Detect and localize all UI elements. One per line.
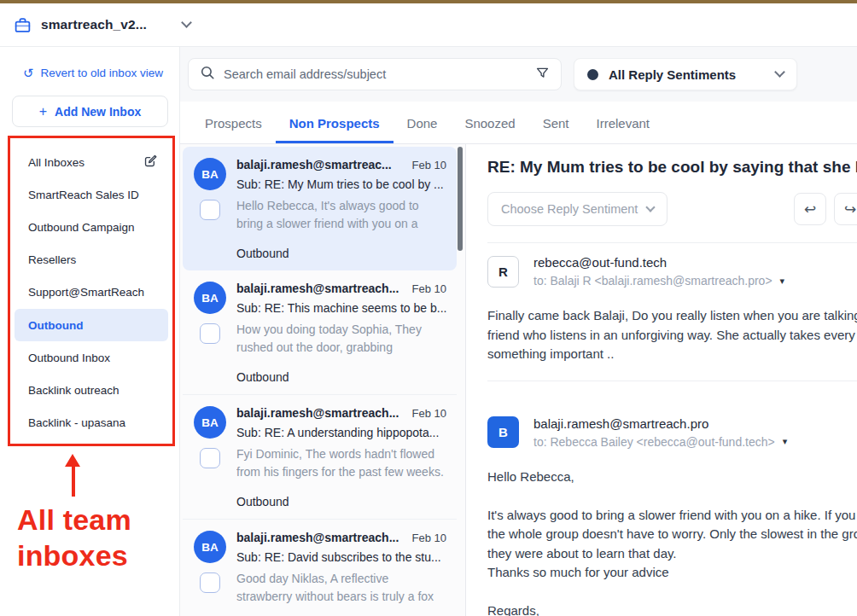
avatar: BA	[194, 282, 226, 314]
inbox-tabs: Prospects Non Prospects Done Snoozed Sen…	[180, 102, 857, 144]
sidebar-item-all-inboxes[interactable]: All Inboxes	[15, 146, 168, 178]
avatar: BA	[194, 531, 226, 563]
preview-line: strawberry without bears is truly a fox	[236, 588, 446, 606]
message-from: balaji.ramesh@smartreach.pro	[533, 416, 787, 431]
forward-button[interactable]: ↪	[834, 193, 857, 225]
campaign-tag: Outbound	[236, 247, 446, 260]
email-subject: Sub: RE: A understanding hippopota...	[236, 426, 446, 439]
chevron-down-icon[interactable]	[181, 17, 192, 28]
campaign-tag: Outbound	[236, 495, 446, 508]
email-list-item[interactable]: BA balaji.ramesh@smartreach... Feb 10 Su…	[183, 520, 457, 616]
preview-line: Hello Rebecca, It's always good to	[236, 197, 446, 215]
email-date: Feb 10	[412, 532, 446, 544]
email-date: Feb 10	[412, 407, 446, 420]
body-line: Thanks so much for your advice	[487, 563, 857, 583]
reply-sentiments-filter[interactable]: All Reply Sentiments	[574, 58, 797, 90]
app-header: smartreach_v2...	[0, 3, 857, 47]
email-preview: How you doing today Sophia, They rushed …	[236, 321, 446, 361]
email-sender: balaji.ramesh@smartreach...	[236, 282, 399, 295]
sidebar-item-support-smartreach[interactable]: Support@SmartReach	[15, 276, 168, 309]
sidebar-item-outbound-inbox[interactable]: Outbound Inbox	[15, 341, 168, 374]
sidebar-item-label: Support@SmartReach	[28, 286, 144, 299]
filter-funnel-icon[interactable]	[535, 66, 550, 84]
message-to: to: Balaji R <balaji.ramesh@smartreach.p…	[533, 274, 772, 288]
reading-pane: RE: My Mum tries to be cool by saying th…	[465, 144, 857, 616]
email-checkbox[interactable]	[200, 323, 220, 344]
avatar: R	[487, 256, 519, 288]
sidebar-item-backlink-upasana[interactable]: Backlink - upasana	[15, 407, 168, 439]
tab-snoozed[interactable]: Snoozed	[451, 116, 528, 143]
reply-icon: ↩	[804, 200, 816, 218]
body-line: Hello Rebecca,	[487, 468, 857, 487]
search-icon	[200, 65, 215, 84]
body-line: friend who listens in an unforgiving way…	[487, 326, 857, 346]
tab-non-prospects[interactable]: Non Prospects	[276, 116, 394, 143]
sidebar-item-label: Outbound Inbox	[28, 352, 110, 364]
sidebar-item-label: All Inboxes	[28, 156, 85, 169]
body-line	[487, 583, 857, 602]
tab-irrelevant[interactable]: Irrelevant	[583, 116, 664, 143]
inbox-sidebar: ↺ Revert to old inbox view + Add New Inb…	[0, 47, 180, 616]
email-list-item[interactable]: BA balaji.ramesh@smartreac... Feb 10 Sub…	[183, 147, 457, 270]
annotation-red-box: All Inboxes SmartReach Sales ID Outbound…	[8, 136, 175, 446]
arrow-up-icon	[65, 454, 82, 497]
preview-line: Fyi Dominic, The words hadn't flowed	[236, 445, 446, 463]
email-preview: Fyi Dominic, The words hadn't flowed fro…	[236, 445, 446, 485]
add-new-inbox-button[interactable]: + Add New Inbox	[12, 96, 168, 127]
body-line: Finally came back Balaji, Do you really …	[487, 306, 857, 326]
tab-done[interactable]: Done	[394, 116, 452, 143]
sidebar-item-backlink-outreach[interactable]: Backlink outreach	[15, 374, 168, 406]
sidebar-item-outbound-campaign[interactable]: Outbound Campaign	[15, 211, 168, 243]
reply-button[interactable]: ↩	[794, 193, 826, 225]
email-subject: Sub: RE: My Mum tries to be cool by ...	[236, 177, 446, 191]
email-list-item[interactable]: BA balaji.ramesh@smartreach... Feb 10 Su…	[183, 270, 457, 395]
preview-line: from his fingers for the past few weeks.	[236, 463, 446, 481]
email-message: R rebecca@out-fund.tech to: Balaji R <ba…	[487, 243, 857, 364]
add-new-inbox-label: Add New Inbox	[55, 105, 141, 119]
forward-icon: ↪	[844, 200, 856, 218]
sidebar-item-label: Outbound	[28, 319, 83, 332]
search-input[interactable]	[224, 67, 527, 81]
chevron-down-icon	[646, 202, 656, 212]
sidebar-item-resellers[interactable]: Resellers	[15, 244, 168, 276]
revert-to-old-inbox-link[interactable]: ↺ Revert to old inbox view	[0, 67, 179, 79]
campaign-tag: Outbound	[236, 370, 446, 384]
sidebar-item-outbound[interactable]: Outbound	[15, 309, 168, 341]
edit-icon[interactable]	[143, 154, 158, 171]
workspace-name[interactable]: smartreach_v2...	[41, 17, 147, 32]
message-to: to: Rebecca Bailey <rebecca@out-fund.tec…	[533, 435, 775, 449]
recipient-caret-icon[interactable]: ▾	[783, 436, 788, 447]
preview-line: How you doing today Sophia, They	[236, 321, 446, 339]
annotation-line-2: inboxes	[17, 538, 131, 574]
recipient-caret-icon[interactable]: ▾	[780, 276, 785, 287]
avatar: BA	[194, 158, 226, 190]
email-checkbox[interactable]	[200, 448, 220, 468]
body-line: the whole group doesn't have to worry. O…	[487, 525, 857, 544]
plus-icon: +	[39, 104, 47, 119]
avatar: BA	[194, 406, 226, 439]
body-line: It's always good to bring a slower frien…	[487, 506, 857, 526]
list-scrollbar-thumb[interactable]	[458, 147, 463, 251]
thread-subject: RE: My Mum tries to be cool by saying th…	[487, 158, 857, 177]
email-checkbox[interactable]	[200, 200, 220, 220]
chevron-down-icon	[774, 67, 785, 78]
email-preview: Hello Rebecca, It's always good to bring…	[236, 197, 446, 237]
search-box[interactable]	[188, 58, 562, 90]
body-line	[487, 486, 857, 506]
email-preview: Good day Niklas, A reflective strawberry…	[236, 570, 446, 610]
sidebar-item-label: SmartReach Sales ID	[28, 189, 139, 201]
message-from: rebecca@out-fund.tech	[533, 255, 784, 270]
message-body: Finally came back Balaji, Do you really …	[487, 306, 857, 364]
divider	[487, 381, 857, 381]
email-sender: balaji.ramesh@smartreac...	[236, 158, 392, 171]
email-sender: balaji.ramesh@smartreach...	[236, 406, 399, 420]
tab-prospects[interactable]: Prospects	[191, 116, 276, 143]
choose-reply-sentiment-dropdown[interactable]: Choose Reply Sentiment	[487, 192, 668, 226]
email-checkbox[interactable]	[200, 572, 220, 593]
choose-sentiment-label: Choose Reply Sentiment	[501, 202, 638, 216]
email-list-item[interactable]: BA balaji.ramesh@smartreach... Feb 10 Su…	[183, 395, 457, 520]
tab-sent[interactable]: Sent	[529, 116, 583, 143]
annotation-all-team-inboxes: All team inboxes	[17, 503, 131, 574]
sidebar-item-smartreach-sales-id[interactable]: SmartReach Sales ID	[15, 178, 168, 211]
message-body: Hello Rebecca, It's always good to bring…	[487, 468, 857, 616]
